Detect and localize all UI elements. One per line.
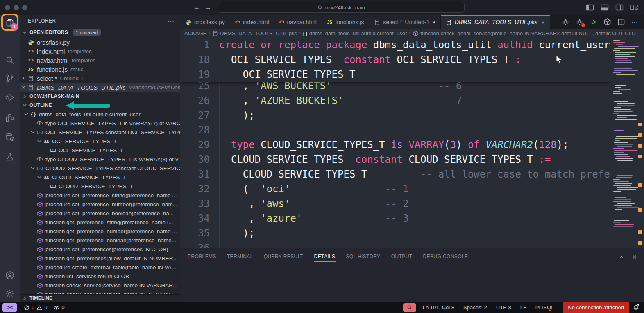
outline-item[interactable]: procedure set_preference_number(preferen… xyxy=(20,200,180,209)
settings-gear-icon[interactable] xyxy=(562,18,569,26)
editor-tab[interactable]: DBMS_DATA_TOOLS_UTIL.pks× xyxy=(441,15,550,29)
sticky-scroll[interactable]: 1create or replace package dbms_data_too… xyxy=(180,38,610,82)
outline-item[interactable]: CLOUD_SERVICE_TYPES_T xyxy=(20,182,180,191)
outline-item[interactable]: function get_preferences(allow_default I… xyxy=(20,254,180,263)
dirty-dot-icon[interactable]: ● xyxy=(20,76,27,80)
indentation-status[interactable]: Spaces: 2 xyxy=(463,304,487,311)
open-editor-item[interactable]: <>index.htmltemplates xyxy=(20,47,180,56)
minimap[interactable] xyxy=(610,38,644,248)
settings-gear-icon[interactable] xyxy=(5,289,15,299)
toggle-panel-icon[interactable] xyxy=(601,4,609,11)
run-file-icon[interactable] xyxy=(590,18,597,26)
breadcrumb-item[interactable]: DBMS_DATA_TOOLS_UTIL.pks xyxy=(212,30,297,36)
breadcrumb-item[interactable]: { }dbms_data_tools_util authid current_u… xyxy=(303,30,407,36)
open-editor-item[interactable]: ×DBMS_DATA_TOOLS_UTIL.pks/AutonomousFunD… xyxy=(20,83,180,92)
editor-tab[interactable]: <>index.html xyxy=(230,15,274,29)
editor-tab[interactable]: <>navbar.html xyxy=(274,15,322,29)
open-editor-item[interactable]: ●select *Untitled-1 xyxy=(20,74,180,83)
search-highlight-button[interactable] xyxy=(403,303,416,312)
code-editor[interactable]: 25 , 'AWS BUCKETS' -- 626 , 'AZURE BUCKE… xyxy=(180,38,644,248)
breadcrumb-item[interactable]: function check_genai_service(profile_nam… xyxy=(413,30,636,36)
outline-item[interactable]: procedure set_preference_string(preferen… xyxy=(20,191,180,200)
beaker-icon[interactable] xyxy=(5,152,15,162)
outline-item[interactable]: function list_services return CLOB xyxy=(20,272,180,281)
outline-item[interactable]: OCI_SERVICE_TYPES_T xyxy=(20,146,180,155)
open-editor-item[interactable]: <>navbar.htmltemplates xyxy=(20,56,180,65)
remote-indicator[interactable]: >< xyxy=(2,303,17,312)
line-col-status[interactable]: Ln 101, Col 8 xyxy=(423,304,454,311)
eol-status[interactable]: LF xyxy=(520,304,526,311)
outline-item[interactable]: procedure create_external_table(table_na… xyxy=(20,263,180,272)
chevron-down-icon[interactable] xyxy=(29,129,36,135)
account-icon[interactable] xyxy=(5,270,15,280)
panel-close-icon[interactable] xyxy=(632,254,637,260)
panel-tab[interactable]: DEBUG CONSOLE xyxy=(423,252,468,262)
panel-tab[interactable]: DETAILS xyxy=(314,252,336,262)
open-editor-item[interactable]: ordsflask.py xyxy=(20,38,180,47)
source-control-icon[interactable] xyxy=(5,74,15,83)
breadcrumb-item[interactable]: ACKAGE xyxy=(184,30,206,36)
outline-item[interactable]: procedure set_preference_boolean(prefere… xyxy=(20,209,180,218)
outline-item[interactable]: function get_preference_string(preferenc… xyxy=(20,218,180,227)
workspace-section-header[interactable]: OCW24FLASK-MAIN xyxy=(20,92,180,101)
outline-item[interactable]: function check_service(service_name IN V… xyxy=(20,281,180,290)
chevron-down-icon[interactable] xyxy=(36,174,43,180)
close-icon[interactable]: × xyxy=(541,19,545,26)
symbol-cube-icon xyxy=(36,282,43,288)
editor-tab[interactable]: select *Untitled-1● xyxy=(369,15,440,29)
editor-tab[interactable]: JSfunctions.js xyxy=(322,15,370,29)
timeline-section-header[interactable]: TIMELINE xyxy=(20,294,180,302)
close-icon[interactable]: × xyxy=(20,84,27,90)
chevron-down-icon[interactable] xyxy=(29,165,36,171)
panel-tab[interactable]: QUERY RESULT xyxy=(264,252,304,262)
outline-item[interactable]: function check_service(service_name IN V… xyxy=(20,290,180,294)
customize-layout-icon[interactable] xyxy=(630,4,638,11)
split-editor-icon[interactable] xyxy=(617,18,625,26)
open-editor-item[interactable]: JSfunctions.jsstatic xyxy=(20,65,180,74)
settings-gear-locked-icon[interactable] xyxy=(576,18,583,26)
outline-section-header[interactable]: OUTLINE xyxy=(20,101,180,110)
open-editors-header[interactable]: OPEN EDITORS 1 unsaved xyxy=(20,27,180,38)
run-debug-icon[interactable] xyxy=(5,92,15,102)
notifications-bell-icon[interactable] xyxy=(633,304,639,311)
compile-package-icon[interactable] xyxy=(603,18,611,26)
outline-item[interactable]: OCI_SERVICE_TYPES constant OCI_SERVICE_T… xyxy=(20,128,180,137)
outline-item[interactable]: procedure set_preferences(preferences IN… xyxy=(20,245,180,254)
language-mode-status[interactable]: PL/SQL xyxy=(535,304,554,311)
database-history-icon[interactable] xyxy=(5,132,15,142)
outline-item[interactable]: function get_preference_number(preferenc… xyxy=(20,227,180,236)
outline-item[interactable]: OCI_SERVICE_TYPES_T xyxy=(20,137,180,146)
toggle-sidebar-icon[interactable] xyxy=(586,4,594,11)
panel-tab[interactable]: PROBLEMS xyxy=(188,252,216,262)
problems-status[interactable]: 0 0 xyxy=(24,304,47,311)
nav-forward-icon[interactable]: → xyxy=(205,4,211,11)
code-text: ); xyxy=(219,108,255,123)
ports-status[interactable]: 0 xyxy=(54,304,64,311)
titlebar: ← → ocw24flask-main xyxy=(0,0,644,15)
vscode-window: ← → ocw24flask-main xyxy=(0,0,644,313)
more-actions-icon[interactable]: ⋯ xyxy=(631,18,638,26)
extensions-icon[interactable] xyxy=(5,113,15,122)
chevron-down-icon[interactable] xyxy=(23,111,29,117)
panel-tab[interactable]: OUTPUT xyxy=(391,252,413,262)
outline-item[interactable]: CLOUD_SERVICE_TYPES constant CLOUD_SERVI… xyxy=(20,164,180,173)
window-controls[interactable] xyxy=(5,5,27,10)
panel-tab[interactable]: SQL HISTORY xyxy=(346,252,381,262)
toggle-secondary-sidebar-icon[interactable] xyxy=(615,4,624,11)
html-file-icon: <> xyxy=(279,19,284,25)
outline-item[interactable]: ‹T›type OCI_SERVICE_TYPES_T is VARRAY(7)… xyxy=(20,119,180,128)
chevron-down-icon[interactable] xyxy=(36,138,43,144)
panel-tab[interactable]: TERMINAL xyxy=(227,252,253,262)
panel-maximize-icon[interactable] xyxy=(619,254,624,260)
outline-item[interactable]: { }dbms_data_tools_util authid current_u… xyxy=(20,110,180,119)
explorer-more-actions-icon[interactable]: ⋯ xyxy=(168,17,175,25)
editor-tab[interactable]: ordsflask.py xyxy=(180,15,230,29)
encoding-status[interactable]: UTF-8 xyxy=(496,304,511,311)
nav-back-icon[interactable]: ← xyxy=(193,4,200,11)
outline-item[interactable]: CLOUD_SERVICE_TYPES_T xyxy=(20,173,180,182)
command-center-search[interactable]: ocw24flask-main xyxy=(218,2,465,13)
outline-item[interactable]: function get_preference_boolean(preferen… xyxy=(20,236,180,245)
outline-item[interactable]: ‹T›type CLOUD_SERVICE_TYPES_T is VARRAY(… xyxy=(20,155,180,164)
connection-status[interactable]: No connection attached xyxy=(563,302,629,313)
search-sidebar-icon[interactable] xyxy=(5,55,15,65)
